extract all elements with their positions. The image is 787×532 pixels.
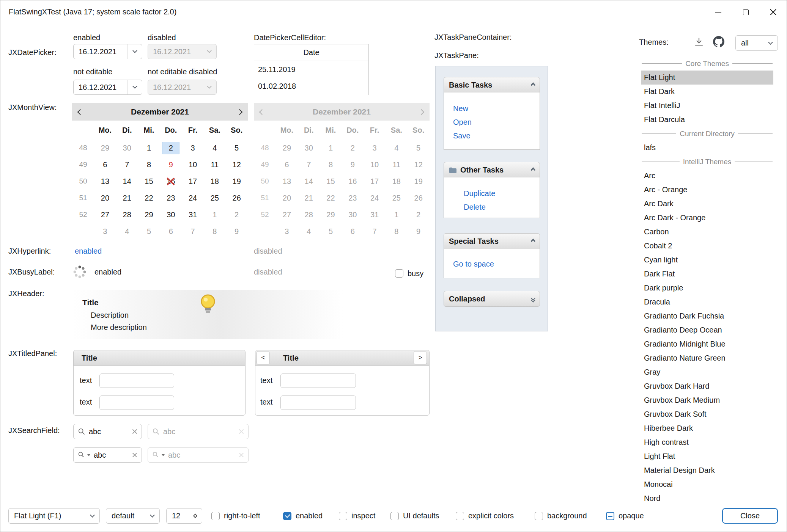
datepicker-dropdown-button[interactable] (127, 44, 142, 59)
theme-item-flat-dark[interactable]: Flat Dark (641, 85, 773, 99)
github-icon[interactable] (713, 36, 724, 47)
theme-item-dark-purple[interactable]: Dark purple (641, 281, 773, 295)
calendar-day[interactable]: 5 (138, 223, 160, 240)
calendar-day[interactable]: 8 (204, 223, 226, 240)
calendar-day[interactable]: 1 (204, 206, 226, 223)
spinner-buttons[interactable] (190, 514, 202, 518)
searchfield-with-menu-enabled[interactable]: abc (73, 447, 142, 463)
checkbox-box[interactable] (606, 512, 614, 520)
theme-item-flat-light[interactable]: Flat Light (641, 71, 773, 85)
theme-item-nord[interactable]: Nord (641, 491, 773, 505)
calendar-day[interactable]: 9 (226, 223, 248, 240)
theme-item-gradianto-midnight-blue[interactable]: Gradianto Midnight Blue (641, 337, 773, 351)
calendar-day[interactable]: 15 (138, 173, 160, 190)
themes-list[interactable]: Core ThemesFlat LightFlat DarkFlat Intel… (641, 56, 773, 505)
checkbox-box[interactable] (339, 512, 347, 520)
close-button[interactable]: Close (722, 508, 778, 524)
minimize-button[interactable] (705, 0, 732, 24)
theme-item-gruvbox-dark-hard[interactable]: Gruvbox Dark Hard (641, 379, 773, 393)
calendar-day[interactable]: 16 (160, 173, 182, 190)
chevron-double-up-icon[interactable] (532, 239, 535, 243)
theme-item-gray[interactable]: Gray (641, 365, 773, 379)
checkbox-opaque[interactable]: opaque (606, 508, 644, 524)
clear-icon[interactable] (132, 429, 137, 434)
calendar-day[interactable]: 1 (138, 140, 160, 156)
download-icon[interactable] (694, 37, 704, 47)
calendar-day[interactable]: 12 (226, 156, 248, 173)
theme-item-arc-orange[interactable]: Arc - Orange (641, 183, 773, 197)
calendar-day[interactable]: 2 (160, 140, 182, 156)
checkbox-box[interactable] (456, 512, 464, 520)
checkbox-ui-defaults[interactable]: UI defaults (390, 508, 439, 524)
datepicker-dropdown-button[interactable] (127, 80, 142, 94)
close-window-button[interactable] (759, 0, 787, 24)
theme-item-cyan-light[interactable]: Cyan light (641, 253, 773, 267)
taskpane-link-save[interactable]: Save (444, 129, 540, 143)
hyperlink-enabled[interactable]: enabled (75, 247, 102, 256)
theme-item-dark-flat[interactable]: Dark Flat (641, 267, 773, 281)
calendar-day[interactable]: 24 (182, 190, 204, 206)
calendar-day[interactable]: 30 (116, 140, 138, 156)
text-input-2[interactable] (99, 395, 174, 410)
calendar-day[interactable]: 18 (204, 173, 226, 190)
next-button[interactable]: > (414, 351, 427, 364)
checkbox-inspect[interactable]: inspect (339, 508, 375, 524)
maximize-button[interactable] (732, 0, 759, 24)
calendar-day[interactable]: 21 (116, 190, 138, 206)
taskpane-header-collapsed[interactable]: Collapsed (444, 291, 540, 307)
cell-editor-table[interactable]: Date 25.11.201901.02.2018 (254, 44, 369, 95)
calendar-day[interactable]: 6 (160, 223, 182, 240)
theme-item-flat-darcula[interactable]: Flat Darcula (641, 113, 773, 127)
calendar-day[interactable]: 2 (226, 206, 248, 223)
datepicker-not-editable[interactable]: 16.12.2021 (73, 80, 142, 95)
calendar-day[interactable]: 8 (138, 156, 160, 173)
chevron-double-up-icon[interactable] (532, 168, 535, 172)
checkbox-right-to-left[interactable]: right-to-left (211, 508, 260, 524)
chevron-double-down-icon[interactable] (532, 297, 535, 301)
calendar-day[interactable]: 29 (138, 206, 160, 223)
taskpane-link-duplicate[interactable]: Duplicate (444, 187, 540, 200)
checkbox-box[interactable] (390, 512, 399, 520)
taskpane-link-open[interactable]: Open (444, 115, 540, 129)
checkbox-box[interactable] (395, 269, 403, 278)
calendar-day[interactable]: 10 (182, 156, 204, 173)
calendar-day[interactable]: 20 (94, 190, 116, 206)
theme-item-arc-dark[interactable]: Arc Dark (641, 197, 773, 211)
taskpane-link-go-to-space[interactable]: Go to space (444, 257, 540, 271)
checkbox-enabled[interactable]: enabled (283, 508, 323, 524)
theme-item-hiberbee-dark[interactable]: Hiberbee Dark (641, 421, 773, 435)
taskpane-header-other-tasks[interactable]: Other Tasks (444, 162, 540, 178)
theme-item-gruvbox-dark-soft[interactable]: Gruvbox Dark Soft (641, 407, 773, 421)
table-row[interactable]: 25.11.2019 (254, 61, 368, 78)
theme-item-dracula[interactable]: Dracula (641, 295, 773, 309)
calendar-day[interactable]: 7 (116, 156, 138, 173)
calendar-day[interactable]: 9 (160, 156, 182, 173)
theme-item-light-flat[interactable]: Light Flat (641, 449, 773, 463)
text-input-1[interactable] (99, 373, 174, 388)
theme-item-cobalt-2[interactable]: Cobalt 2 (641, 239, 773, 253)
theme-item-gradianto-deep-ocean[interactable]: Gradianto Deep Ocean (641, 323, 773, 337)
table-row[interactable]: 01.02.2018 (254, 78, 368, 94)
calendar-day[interactable]: 4 (116, 223, 138, 240)
theme-item-gruvbox-dark-medium[interactable]: Gruvbox Dark Medium (641, 393, 773, 407)
theme-item-gradianto-nature-green[interactable]: Gradianto Nature Green (641, 351, 773, 365)
calendar-day[interactable]: 28 (116, 206, 138, 223)
style-combo[interactable]: default (106, 508, 160, 524)
calendar-day[interactable]: 26 (226, 190, 248, 206)
calendar-day[interactable]: 11 (204, 156, 226, 173)
chevron-double-up-icon[interactable] (532, 83, 535, 87)
calendar-day[interactable]: 7 (182, 223, 204, 240)
calendar-day[interactable]: 3 (182, 140, 204, 156)
calendar-day[interactable]: 25 (204, 190, 226, 206)
calendar-day[interactable]: 4 (204, 140, 226, 156)
laf-combo[interactable]: Flat Light (F1) (8, 508, 100, 524)
text-input-1[interactable] (280, 373, 356, 388)
checkbox-busy[interactable]: busy (395, 265, 423, 282)
theme-item-carbon[interactable]: Carbon (641, 225, 773, 239)
calendar-day[interactable]: 13 (94, 173, 116, 190)
checkbox-box[interactable] (211, 512, 220, 520)
calendar-day[interactable]: 29 (94, 140, 116, 156)
calendar-day[interactable]: 31 (182, 206, 204, 223)
calendar-day[interactable]: 23 (160, 190, 182, 206)
theme-item-arc[interactable]: Arc (641, 169, 773, 183)
